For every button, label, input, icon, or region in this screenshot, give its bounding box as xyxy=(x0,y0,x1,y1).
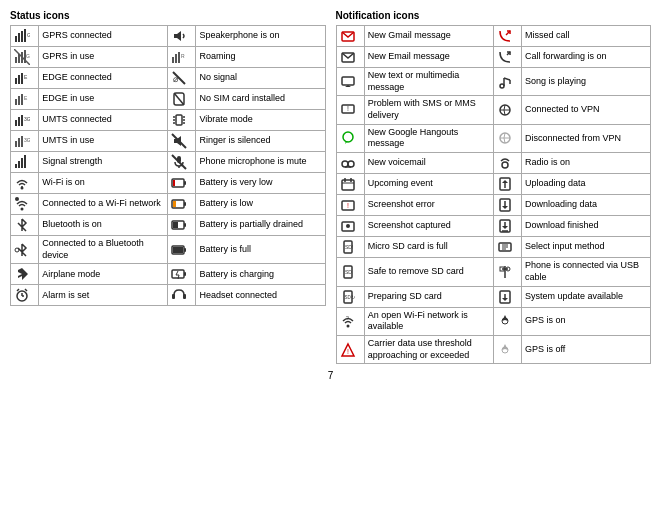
svg-rect-27 xyxy=(15,120,17,126)
svg-rect-13 xyxy=(178,52,180,63)
gprs-connected-icon: G xyxy=(11,26,39,47)
status-label: EDGE in use xyxy=(39,89,168,110)
edge-connected-icon: E xyxy=(11,68,39,89)
svg-text:3G: 3G xyxy=(24,116,30,122)
wifi-open-icon: ? xyxy=(336,307,364,335)
status-label: Headset connected xyxy=(196,285,325,306)
notification-label: Safe to remove SD card xyxy=(364,258,493,286)
notification-label: New voicemail xyxy=(364,153,493,174)
svg-rect-38 xyxy=(15,141,17,147)
status-label: Connected to a Wi-Fi network xyxy=(39,194,168,215)
carrier-data-icon: ! xyxy=(336,335,364,363)
svg-text:⌀: ⌀ xyxy=(173,74,179,84)
svg-rect-46 xyxy=(24,155,26,168)
notification-label: New Gmail message xyxy=(364,26,493,47)
svg-rect-79 xyxy=(342,77,354,85)
status-label: Ringer is silenced xyxy=(196,131,325,152)
svg-rect-12 xyxy=(175,54,177,63)
svg-rect-28 xyxy=(18,117,20,126)
svg-rect-43 xyxy=(15,164,17,168)
notification-label: Select input method xyxy=(521,237,650,258)
edge-in-use-icon: E xyxy=(11,89,39,110)
no-signal-icon: ⌀ xyxy=(168,68,196,89)
speakerphone-icon xyxy=(168,26,196,47)
preparing-sd-icon: SD↻ xyxy=(336,286,364,307)
event-icon xyxy=(336,174,364,195)
svg-text:SD: SD xyxy=(345,269,352,275)
status-label: Signal strength xyxy=(39,152,168,173)
notification-label: Upcoming event xyxy=(364,174,493,195)
notification-label: Disconnected from VPN xyxy=(521,124,650,152)
voicemail-icon xyxy=(336,153,364,174)
status-label: Phone microphone is mute xyxy=(196,152,325,173)
battery-low-icon xyxy=(168,194,196,215)
missed-call-icon xyxy=(493,26,521,47)
svg-point-106 xyxy=(346,224,350,228)
email-icon xyxy=(336,47,364,68)
status-label: GPRS in use xyxy=(39,47,168,68)
battery-charging-icon xyxy=(168,264,196,285)
status-label: No signal xyxy=(196,68,325,89)
notification-label: An open Wi-Fi network is available xyxy=(364,307,493,335)
svg-rect-21 xyxy=(15,99,17,105)
system-update-icon xyxy=(493,286,521,307)
svg-rect-15 xyxy=(15,78,17,84)
usb-icon xyxy=(493,258,521,286)
svg-text:!: ! xyxy=(347,105,349,112)
svg-rect-67 xyxy=(184,272,186,276)
svg-text:E: E xyxy=(24,95,28,101)
bluetooth-device-icon xyxy=(11,236,39,264)
gps-off-icon xyxy=(493,335,521,363)
notification-label: Missed call xyxy=(521,26,650,47)
status-label: Vibrate mode xyxy=(196,110,325,131)
svg-rect-65 xyxy=(173,247,183,253)
call-forward-icon xyxy=(493,47,521,68)
svg-text:!: ! xyxy=(347,202,349,209)
status-label: Battery is low xyxy=(196,194,325,215)
radio-icon xyxy=(493,153,521,174)
umts-connected-icon: 3G xyxy=(11,110,39,131)
svg-rect-61 xyxy=(173,222,178,228)
sms-icon xyxy=(336,68,364,96)
notification-label: Connected to VPN xyxy=(521,96,650,124)
svg-point-50 xyxy=(21,187,24,190)
page-number: 7 xyxy=(328,370,334,381)
status-label: Airplane mode xyxy=(39,264,168,285)
status-table: GGPRS connectedSpeakerphone is onGGPRS i… xyxy=(10,25,326,306)
microsd-full-icon: SD! xyxy=(336,237,364,258)
bluetooth-on-icon xyxy=(11,215,39,236)
svg-rect-23 xyxy=(21,94,23,105)
svg-rect-3 xyxy=(24,29,26,42)
status-label: UMTS connected xyxy=(39,110,168,131)
svg-text:E: E xyxy=(24,74,28,80)
svg-rect-73 xyxy=(172,294,175,299)
gmail-icon xyxy=(336,26,364,47)
status-label: Roaming xyxy=(196,47,325,68)
notification-label: Micro SD card is full xyxy=(364,237,493,258)
svg-text:SD!: SD! xyxy=(345,244,353,250)
svg-rect-95 xyxy=(342,180,354,190)
screenshot-icon xyxy=(336,216,364,237)
battery-very-low-icon xyxy=(168,173,196,194)
svg-point-55 xyxy=(15,197,19,201)
svg-rect-57 xyxy=(184,202,186,206)
notification-label: Preparing SD card xyxy=(364,286,493,307)
svg-rect-11 xyxy=(172,57,174,63)
vpn-icon xyxy=(493,96,521,124)
roaming-icon: R xyxy=(168,47,196,68)
download-icon xyxy=(493,195,521,216)
svg-text:G: G xyxy=(27,32,30,38)
airplane-mode-icon xyxy=(11,264,39,285)
no-sim-icon xyxy=(168,89,196,110)
notification-label: New text or multimedia message xyxy=(364,68,493,96)
notification-label: New Google Hangouts message xyxy=(364,124,493,152)
notification-label: Phone is connected via USB cable xyxy=(521,258,650,286)
svg-point-54 xyxy=(21,208,24,211)
notification-table: New Gmail messageMissed callNew Email me… xyxy=(336,25,652,364)
notification-icons-section: Notification icons New Gmail messageMiss… xyxy=(336,10,652,364)
gprs-in-use-icon: G xyxy=(11,47,39,68)
notification-label: GPS is off xyxy=(521,335,650,363)
hangouts-icon xyxy=(336,124,364,152)
battery-partial-icon xyxy=(168,215,196,236)
svg-rect-16 xyxy=(18,75,20,84)
